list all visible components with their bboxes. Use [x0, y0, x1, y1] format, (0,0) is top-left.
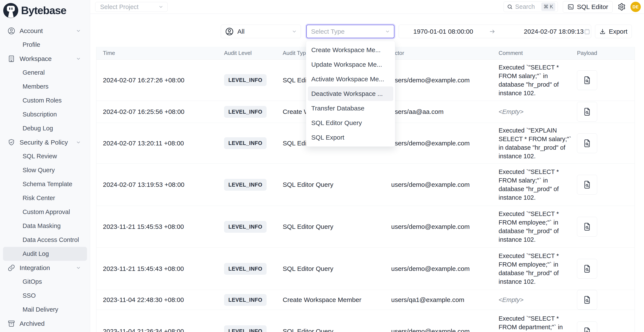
- sql-editor-button[interactable]: SQL Editor: [563, 1, 613, 13]
- audit-level-badge: LEVEL_INFO: [224, 325, 266, 332]
- sidebar-item-account[interactable]: Account: [3, 24, 87, 38]
- payload-view-button[interactable]: [577, 322, 597, 332]
- file-search-icon: [582, 295, 592, 305]
- sidebar-item-archived[interactable]: Archived: [3, 317, 87, 331]
- user-circle-icon: [7, 27, 16, 35]
- sidebar: Bytebase Account Profile Workspace Gener…: [0, 0, 90, 332]
- type-filter-select[interactable]: Select Type: [306, 25, 394, 38]
- sidebar-item-custom-roles[interactable]: Custom Roles: [3, 94, 87, 107]
- sidebar-item-integration[interactable]: Integration: [3, 261, 87, 275]
- chevron-down-icon: [76, 140, 81, 145]
- file-search-icon: [582, 75, 592, 85]
- sidebar-item-profile[interactable]: Profile: [3, 38, 87, 52]
- audit-level-badge: LEVEL_INFO: [224, 106, 266, 118]
- date-range-start: 1970-01-01 08:00:00: [413, 28, 473, 35]
- sidebar-item-audit-log[interactable]: Audit Log: [3, 247, 87, 261]
- sidebar-item-workspace[interactable]: Workspace: [3, 52, 87, 66]
- chevron-down-icon: [158, 4, 164, 9]
- export-button[interactable]: Export: [595, 25, 632, 38]
- file-search-icon: [582, 264, 592, 273]
- search-icon: [507, 4, 513, 10]
- avatar-initials: DE: [632, 4, 639, 9]
- building-icon: [7, 55, 16, 63]
- menu-item-transfer-database[interactable]: Transfer Database: [308, 101, 393, 116]
- actor-filter-value: All: [237, 28, 244, 35]
- archive-icon: [7, 320, 16, 328]
- payload-view-button[interactable]: [577, 175, 597, 194]
- menu-item-sql-export[interactable]: SQL Export: [308, 130, 393, 145]
- bytebase-logo-icon: [3, 3, 18, 18]
- download-icon: [599, 28, 606, 35]
- payload-view-button[interactable]: [577, 70, 597, 90]
- date-range-end: 2024-02-07 18:09:13: [524, 28, 584, 35]
- sidebar-item-sso[interactable]: SSO: [3, 289, 87, 303]
- shield-check-icon: [7, 138, 16, 147]
- chevron-down-icon: [76, 56, 81, 61]
- file-search-icon: [582, 139, 592, 148]
- payload-view-button[interactable]: [577, 102, 597, 122]
- search-input[interactable]: Search ⌘ K: [504, 1, 558, 12]
- chevron-down-icon: [385, 29, 390, 34]
- payload-view-button[interactable]: [577, 133, 597, 153]
- sidebar-item-security-policy[interactable]: Security & Policy: [3, 135, 87, 149]
- chevron-down-icon: [292, 29, 297, 34]
- menu-item-update-workspace-member[interactable]: Update Workspace Me...: [308, 57, 393, 72]
- search-shortcut-badge: ⌘ K: [541, 2, 555, 11]
- menu-item-activate-workspace-member[interactable]: Activate Workspace Me...: [308, 72, 393, 86]
- column-header-comment: Comment: [498, 50, 577, 56]
- user-circle-icon: [225, 27, 234, 36]
- column-header-audit-level: Audit Level: [224, 50, 283, 56]
- date-range-picker[interactable]: 1970-01-01 08:00:00 2024-02-07 18:09:13: [399, 25, 591, 38]
- sidebar-item-data-access-control[interactable]: Data Access Control: [3, 233, 87, 247]
- link-icon: [7, 264, 16, 272]
- sidebar-nav: Account Profile Workspace General Member…: [0, 18, 90, 331]
- table-row: 2023-11-21 15:45:53 +08:00 LEVEL_INFO SQ…: [96, 206, 634, 248]
- sidebar-item-gitops[interactable]: GitOps: [3, 275, 87, 289]
- audit-level-badge: LEVEL_INFO: [224, 137, 266, 149]
- topbar: Select Project Search ⌘ K SQL Editor DE: [90, 0, 644, 14]
- type-filter-dropdown-menu: Create Workspace Me... Update Workspace …: [306, 41, 395, 147]
- sidebar-item-schema-template[interactable]: Schema Template: [3, 177, 87, 191]
- file-search-icon: [582, 327, 592, 332]
- table-row: 2024-02-07 13:19:53 +08:00 LEVEL_INFO SQ…: [96, 164, 634, 206]
- settings-gear-icon[interactable]: [618, 3, 626, 11]
- audit-level-badge: LEVEL_INFO: [224, 179, 266, 191]
- column-header-payload: Payload: [577, 50, 635, 56]
- menu-item-sql-editor-query[interactable]: SQL Editor Query: [308, 116, 393, 130]
- chevron-down-icon: [76, 28, 81, 33]
- menu-item-deactivate-workspace-member[interactable]: Deactivate Workspace ...: [308, 86, 393, 101]
- project-select-placeholder: Select Project: [100, 3, 138, 10]
- sql-editor-label: SQL Editor: [577, 3, 608, 10]
- column-header-time: Time: [96, 50, 224, 56]
- sidebar-item-debug-log[interactable]: Debug Log: [3, 121, 87, 135]
- sidebar-item-mail-delivery[interactable]: Mail Delivery: [3, 303, 87, 317]
- menu-item-create-workspace-member[interactable]: Create Workspace Me...: [308, 43, 393, 57]
- file-search-icon: [582, 222, 592, 231]
- sidebar-item-slow-query[interactable]: Slow Query: [3, 163, 87, 177]
- audit-level-badge: LEVEL_INFO: [224, 263, 266, 275]
- sidebar-item-custom-approval[interactable]: Custom Approval: [3, 205, 87, 219]
- terminal-icon: [567, 3, 574, 10]
- file-search-icon: [582, 180, 592, 189]
- sidebar-item-data-masking[interactable]: Data Masking: [3, 219, 87, 233]
- audit-level-badge: LEVEL_INFO: [224, 74, 266, 86]
- actor-filter-select[interactable]: All: [221, 25, 301, 38]
- chevron-down-icon: [76, 265, 81, 270]
- search-placeholder: Search: [515, 3, 539, 10]
- table-row: 2023-11-04 22:48:30 +08:00 LEVEL_INFO Cr…: [96, 290, 634, 310]
- payload-view-button[interactable]: [577, 259, 597, 279]
- sidebar-item-members[interactable]: Members: [3, 80, 87, 94]
- sidebar-item-general[interactable]: General: [3, 66, 87, 80]
- brand-name: Bytebase: [21, 4, 66, 17]
- audit-level-badge: LEVEL_INFO: [224, 294, 266, 306]
- table-row: 2023-11-21 15:45:43 +08:00 LEVEL_INFO SQ…: [96, 248, 634, 290]
- project-select[interactable]: Select Project: [95, 2, 168, 12]
- export-label: Export: [609, 28, 628, 35]
- user-avatar[interactable]: DE: [630, 2, 641, 12]
- sidebar-item-sql-review[interactable]: SQL Review: [3, 149, 87, 163]
- brand-logo[interactable]: Bytebase: [0, 0, 90, 18]
- sidebar-item-risk-center[interactable]: Risk Center: [3, 191, 87, 205]
- payload-view-button[interactable]: [577, 217, 597, 237]
- payload-view-button[interactable]: [577, 290, 597, 310]
- sidebar-item-subscription[interactable]: Subscription: [3, 107, 87, 121]
